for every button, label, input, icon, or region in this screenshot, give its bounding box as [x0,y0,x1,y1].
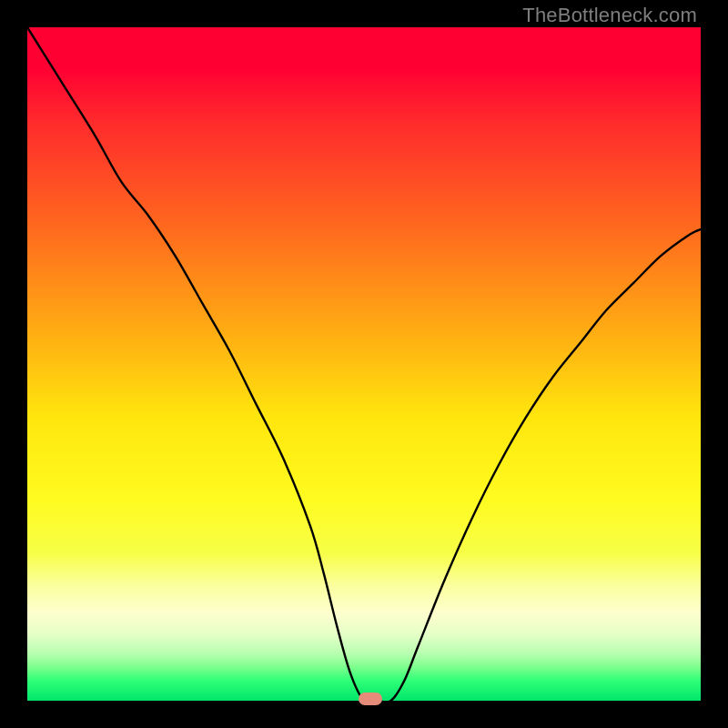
chart-frame: TheBottleneck.com [0,0,728,728]
bottleneck-curve [27,27,701,701]
plot-area [27,27,701,701]
optimal-marker [359,693,382,705]
watermark-text: TheBottleneck.com [522,4,697,27]
